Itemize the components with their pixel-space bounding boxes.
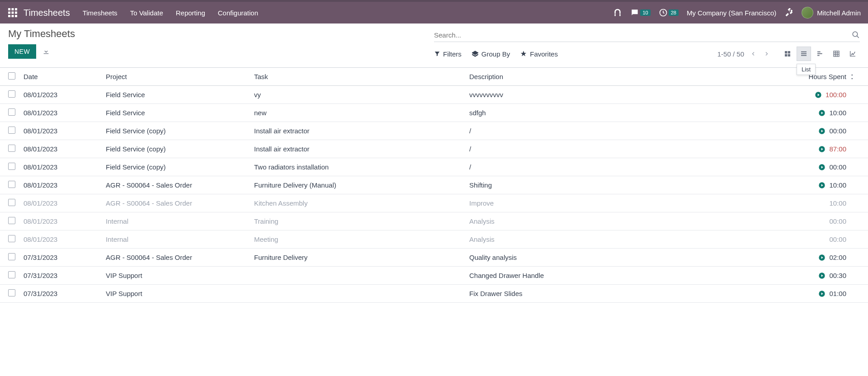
- messages-icon[interactable]: 10: [630, 8, 650, 17]
- table-row[interactable]: 07/31/2023VIP SupportFix Drawer Slides01…: [0, 285, 868, 303]
- svg-rect-10: [620, 14, 621, 16]
- cell-project: AGR - S00064 - Sales Order: [106, 254, 254, 261]
- hours-value: 10:00: [829, 199, 846, 207]
- row-checkbox[interactable]: [8, 163, 15, 170]
- table-row[interactable]: 08/01/2023InternalMeetingAnalysis00:00: [0, 230, 868, 249]
- svg-rect-1: [12, 8, 14, 10]
- row-checkbox[interactable]: [8, 199, 15, 206]
- phone-icon[interactable]: [613, 8, 622, 17]
- view-gantt[interactable]: [813, 47, 827, 61]
- row-checkbox[interactable]: [8, 108, 15, 116]
- table-row[interactable]: 08/01/2023Field Servicevyvvvvvvvvvv100:0…: [0, 86, 868, 104]
- cell-date: 08/01/2023: [24, 199, 106, 207]
- activities-icon[interactable]: 28: [659, 8, 679, 17]
- play-icon[interactable]: [818, 164, 826, 171]
- play-icon[interactable]: [818, 109, 826, 117]
- col-options-icon[interactable]: [846, 73, 860, 80]
- play-icon[interactable]: [818, 254, 826, 261]
- col-description[interactable]: Description: [469, 73, 788, 80]
- page-title: My Timesheets: [8, 28, 434, 40]
- company-switcher[interactable]: My Company (San Francisco): [687, 9, 776, 17]
- messages-badge: 10: [640, 9, 650, 16]
- filters-button[interactable]: Filters: [434, 50, 462, 58]
- play-icon[interactable]: [815, 91, 822, 99]
- row-checkbox[interactable]: [8, 127, 15, 134]
- row-checkbox[interactable]: [8, 181, 15, 188]
- cell-date: 07/31/2023: [24, 272, 106, 279]
- debug-icon[interactable]: [784, 8, 793, 17]
- cell-project: VIP Support: [106, 272, 254, 279]
- view-graph[interactable]: [845, 47, 860, 61]
- svg-rect-15: [785, 54, 787, 56]
- play-icon[interactable]: [818, 272, 826, 279]
- cell-description: /: [469, 163, 788, 171]
- col-project[interactable]: Project: [106, 73, 254, 80]
- cell-description: Analysis: [469, 217, 788, 225]
- col-date[interactable]: Date: [24, 73, 106, 80]
- favorites-button[interactable]: Favorites: [520, 50, 558, 58]
- view-list[interactable]: [797, 47, 811, 61]
- new-button[interactable]: NEW: [8, 44, 36, 59]
- search-input[interactable]: [434, 31, 852, 39]
- tooltip-list: List: [797, 64, 816, 75]
- table-header: Date Project Task Description Hours Spen…: [0, 68, 868, 86]
- svg-rect-17: [801, 52, 807, 52]
- user-menu[interactable]: Mitchell Admin: [802, 7, 861, 19]
- svg-rect-22: [817, 55, 820, 56]
- play-icon[interactable]: [818, 182, 826, 189]
- svg-rect-13: [785, 51, 787, 53]
- cell-hours: 02:00: [788, 254, 846, 261]
- cell-task: Furniture Delivery (Manual): [254, 181, 469, 189]
- svg-rect-18: [801, 53, 807, 54]
- svg-rect-7: [12, 15, 14, 17]
- row-checkbox[interactable]: [8, 289, 15, 296]
- play-icon[interactable]: [818, 290, 826, 297]
- search-icon[interactable]: [852, 31, 860, 39]
- hours-value: 00:00: [829, 217, 846, 225]
- row-checkbox[interactable]: [8, 235, 15, 242]
- cell-date: 08/01/2023: [24, 91, 106, 99]
- table-row[interactable]: 08/01/2023Field Service (copy)Install ai…: [0, 122, 868, 140]
- table-row[interactable]: 08/01/2023Field Service (copy)Two radiat…: [0, 158, 868, 176]
- svg-rect-14: [788, 51, 790, 53]
- cell-date: 08/01/2023: [24, 145, 106, 153]
- row-checkbox[interactable]: [8, 145, 15, 152]
- table-row[interactable]: 08/01/2023AGR - S00064 - Sales OrderFurn…: [0, 176, 868, 194]
- nav-timesheets[interactable]: Timesheets: [83, 9, 118, 17]
- view-kanban[interactable]: [780, 47, 795, 61]
- row-checkbox[interactable]: [8, 271, 15, 278]
- filters-label: Filters: [443, 50, 462, 58]
- search-box: [434, 28, 860, 42]
- app-brand[interactable]: Timesheets: [24, 8, 70, 18]
- apps-icon[interactable]: [7, 7, 18, 18]
- table-row[interactable]: 08/01/2023Field Service (copy)Install ai…: [0, 140, 868, 158]
- table-row[interactable]: 07/31/2023VIP SupportChanged Drawer Hand…: [0, 267, 868, 285]
- col-task[interactable]: Task: [254, 73, 469, 80]
- select-all-checkbox[interactable]: [8, 72, 15, 80]
- nav-configuration[interactable]: Configuration: [218, 9, 258, 17]
- cell-task: Kitchen Assembly: [254, 199, 469, 207]
- play-icon[interactable]: [818, 127, 826, 135]
- view-pivot[interactable]: [829, 47, 844, 61]
- pager-prev[interactable]: [749, 51, 758, 56]
- nav-reporting[interactable]: Reporting: [176, 9, 205, 17]
- table-row[interactable]: 07/31/2023AGR - S00064 - Sales OrderFurn…: [0, 249, 868, 267]
- table-row[interactable]: 08/01/2023Field Servicenewsdfgh10:00: [0, 104, 868, 122]
- groupby-button[interactable]: Group By: [472, 50, 510, 58]
- play-icon[interactable]: [818, 146, 826, 153]
- table-row[interactable]: 08/01/2023AGR - S00064 - Sales OrderKitc…: [0, 194, 868, 212]
- cell-description: /: [469, 127, 788, 135]
- cell-task: Install air extractor: [254, 127, 469, 135]
- cell-description: /: [469, 145, 788, 153]
- hours-value: 10:00: [829, 109, 846, 117]
- row-checkbox[interactable]: [8, 253, 15, 260]
- pager-text[interactable]: 1-50 / 50: [717, 50, 744, 58]
- table-row[interactable]: 08/01/2023InternalTrainingAnalysis00:00: [0, 212, 868, 230]
- svg-rect-0: [8, 8, 10, 10]
- nav-to-validate[interactable]: To Validate: [130, 9, 163, 17]
- download-icon[interactable]: [42, 48, 50, 55]
- pager-next[interactable]: [762, 51, 771, 56]
- svg-point-24: [851, 74, 853, 75]
- row-checkbox[interactable]: [8, 217, 15, 224]
- row-checkbox[interactable]: [8, 90, 15, 98]
